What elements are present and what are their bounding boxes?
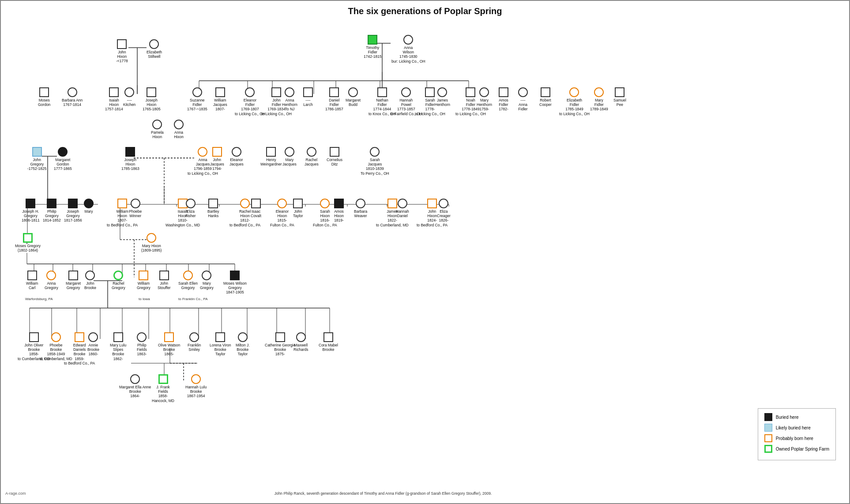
node-hannah-daniel: HannahDaniel — [396, 199, 409, 218]
node-philip-gregory: PhilipGregory1814-1852 — [43, 199, 61, 223]
node-mary-henthorn: MaryHenthorn1759- — [477, 87, 492, 112]
node-sarah-hixon: SarahHixon1816-Fulton Co., PA — [313, 199, 337, 227]
node-john-brooke: JohnBrooke — [84, 271, 96, 290]
shape — [117, 39, 127, 49]
node-joseph-h-gregory: Joseph H.Gregory1806-1811 — [22, 199, 40, 223]
legend-shape-orange — [764, 434, 772, 442]
legend-label-owned: Owned Poplar Spring Farm — [776, 447, 829, 451]
node-margaret-gregory2: MargaretGregory — [66, 271, 81, 290]
to-iowa-label: to Iowa — [139, 297, 150, 301]
node-john-stouffer: JohnStouffer — [158, 271, 171, 290]
legend-shape-blue — [764, 424, 772, 432]
node-barbara-weaver: BarbaraWeaver — [354, 199, 367, 218]
node-john-gregory: JohnGregory-1752-1825 — [27, 147, 46, 171]
node-anna-fidler2: ----AnnaFidler — [518, 87, 528, 112]
site-credit: A-rage.com — [5, 491, 26, 496]
node-elizabeth-fidler: ElizabethFidler1785-1849to Licking Co., … — [559, 87, 590, 116]
node-margaret-budd: MargaretBudd — [346, 87, 361, 107]
node-mary-jacques2: MaryJacques — [282, 147, 297, 166]
node-elizabeth-stillwell: ElizabethStillwell — [147, 39, 162, 59]
node-isaac-covalt: IsaacCovalt — [251, 199, 261, 218]
node-james-henthorn: JamesHenthorn — [435, 87, 450, 107]
node-pamela-hixon: PamelaHixon — [151, 120, 164, 139]
node-anna-gregory: AnnaGregory — [45, 271, 58, 290]
node-franklin-smiley: FranklinSmiley — [188, 332, 201, 352]
node-joseph-hixon1: JosephHixon1765-1805 — [143, 87, 161, 112]
node-mary-hixon-wife: Mary Hixon(1809-1895) — [141, 233, 162, 252]
node-henry-weingardner: HenryWeingardner — [260, 147, 282, 166]
node-lorena-taylor: Lorena VironBrookeTaylor — [210, 332, 231, 357]
node-cornelius-ditz: CorneliusDitz — [327, 147, 342, 166]
node-amos-fidler: AmosFidler1782- — [499, 87, 508, 112]
node-timothy-fidler: TimothyFidler1742-1815 — [364, 35, 382, 59]
node-amos-hixon: AmosHixon1819- — [334, 199, 344, 223]
page-title: The six generations of Poplar Spring — [1, 1, 849, 19]
to-franklin-label: to Franklin Co., PA — [178, 297, 208, 301]
node-maxwell-richards: MaxwellRichards — [293, 332, 308, 352]
node-olive-watson-brooke: Olive WatsonBrooke1865- — [158, 332, 180, 357]
node-bartley-hanks: BartleyHanks — [207, 199, 219, 218]
legend: Buried here Likely buried here Probably … — [758, 408, 836, 460]
node-isaiah-hixon: IsaiahHixon1757-1814 — [105, 87, 123, 112]
node-suzanne-fidler: SuzanneFidler1767-~1835 — [187, 87, 207, 112]
node-annie-brooke: AnnieBrooke1860- — [87, 332, 99, 357]
footer-note: John Philip Ranck, seventh generation de… — [14, 491, 752, 496]
node-philip-fields: PhilipFields1863- — [137, 332, 147, 357]
legend-label-born: Probably born here — [776, 436, 813, 441]
node-eleanor-hixon: EleanorHixon1815-Fulton Co., PA — [270, 199, 294, 227]
node-sarah-jacques: SarahJacques1810-1839To Perry Co., OH — [361, 147, 389, 176]
node-william-gregory: WilliamGregory — [137, 271, 150, 290]
node-hannah-lulu-brooke: Hannah LuluBrooke1867-1954 — [185, 374, 207, 399]
node-mary-gregory: Mary — [84, 199, 94, 214]
node-william-jacques: WilliamJacques1807- — [213, 87, 227, 112]
node-barbara-ann: Barbara Ann1767-1814 — [62, 87, 83, 107]
node-john-hixon: JohnHixon-<1778 — [116, 39, 128, 64]
node-milton-taylor: Milton J.BrookeTaylor — [236, 332, 250, 357]
main-page: The six generations of Poplar Spring — [0, 0, 850, 504]
legend-owned-farm: Owned Poplar Spring Farm — [764, 445, 829, 453]
node-rachel-jacques: RachelJacques — [305, 147, 319, 166]
node-kitchen: ----Kitchen — [123, 87, 135, 107]
node-mary-lulu-brooke: Mary LuluSlipesBrooke1862- — [110, 332, 126, 361]
node-anna-hixon: AnnaHixon — [174, 120, 184, 139]
node-eliza-creager: ElizaCreager1826- — [437, 199, 451, 223]
node-larch: ----Larch — [303, 87, 313, 107]
node-william-carl: WilliamCarl — [26, 271, 38, 290]
node-samuel-pee: SamuelPee — [613, 87, 626, 107]
node-anna-henthorn: AnnaHenthornTo NJ — [282, 87, 297, 112]
node-moses-gregory: Moses Gregory(1802-1864) — [15, 233, 41, 252]
node-cora-mabel-brooke: Cora MabelBrooke — [319, 332, 338, 352]
legend-label-likely: Likely buried here — [776, 425, 811, 430]
node-joseph-gregory2: JosephGregory1817-1856 — [64, 199, 82, 223]
chart-area: JohnHixon-<1778 ElizabethStillwell Timot… — [1, 19, 849, 500]
legend-shape-black — [764, 413, 772, 421]
node-rachel-gregory: RachelGregory — [112, 271, 125, 290]
node-phoebe-winner: PhoebeWinner — [129, 199, 142, 218]
node-eleanor-fidler: EleanorFidler1769-1807to Licking Co., OH — [235, 87, 265, 116]
node-mary-gregory3: MaryGregory — [200, 271, 214, 290]
node-j-frank-fields: J. FrankFields1858-Hancock, MD — [152, 374, 174, 403]
node-mary-fidler: MaryFidler1789-1849 — [590, 87, 608, 112]
legend-shape-green — [764, 445, 772, 453]
node-robert-cooper: RobertCooper — [539, 87, 552, 107]
node-anna-wilson: AnnaWilson1745-1830bur: Licking Co., OH — [391, 35, 425, 64]
node-eliza-fisher: ElizaFisher — [185, 199, 196, 218]
legend-probably-born: Probably born here — [764, 434, 829, 442]
node-sarah-ellen-gregory: Sarah EllenGregory — [178, 271, 198, 290]
legend-label-buried: Buried here — [776, 415, 799, 420]
node-margaret-gordon: MargaretGordon1777-1865 — [54, 147, 72, 171]
node-john-jacques: JohnJacques1794- — [210, 147, 224, 171]
node-moses-wilson-gregory: Moses WilsonGregory1847-1905 — [223, 271, 247, 295]
node-moses-gordon: MosesGordon — [38, 87, 50, 107]
node-catherine-brooke: Catherine GeorgieBrooke1875- — [265, 332, 295, 357]
node-eleanor-jacques: EleanorJacques — [229, 147, 244, 166]
legend-likely-buried: Likely buried here — [764, 424, 829, 432]
warfordsburg-label: Warfordsburg, PA — [25, 297, 53, 301]
node-john-taylor: JohnTaylor — [293, 199, 303, 218]
node-joseph-hixon2: JosephHixon1785-1863 — [121, 147, 139, 171]
legend-buried-here: Buried here — [764, 413, 829, 421]
node-daniel-fidler: DanielFidler1786-1857 — [325, 87, 343, 112]
node-margaret-ella: Margaret Ella AnneBrooke1864- — [119, 374, 151, 399]
